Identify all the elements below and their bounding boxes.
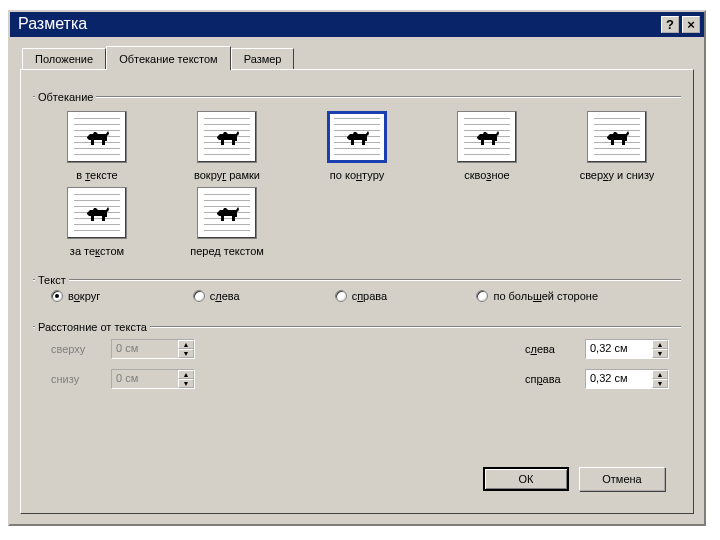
- wrap-option-behind[interactable]: за текстом: [37, 187, 157, 257]
- titlebar: Разметка ? ×: [10, 12, 704, 37]
- chevron-down-icon: ▼: [183, 380, 190, 387]
- dist-bottom-spinner: 0 см ▲ ▼: [111, 369, 195, 389]
- dist-left-value[interactable]: 0,32 см: [586, 340, 652, 358]
- dist-top-down[interactable]: ▼: [178, 349, 194, 358]
- ok-button-label: ОК: [519, 473, 534, 485]
- wrap-caption-inline: в тексте: [76, 169, 117, 181]
- wrap-thumb-behind[interactable]: [67, 187, 127, 239]
- tab-position-label: Положение: [35, 53, 93, 65]
- close-icon: ×: [687, 18, 695, 31]
- dialog-title: Разметка: [18, 15, 658, 33]
- radio-label-right: справа: [352, 290, 388, 302]
- wrap-caption-tight: по контуру: [330, 169, 384, 181]
- group-text-label: Текст: [35, 274, 69, 286]
- dist-top-spinner: 0 см ▲ ▼: [111, 339, 195, 359]
- dist-right-label: справа: [525, 373, 585, 385]
- dist-bottom-label: снизу: [51, 373, 111, 385]
- radio-right[interactable]: справа: [335, 290, 477, 302]
- radio-dot-icon[interactable]: [193, 290, 205, 302]
- dog-icon: [604, 127, 630, 147]
- dist-top-up[interactable]: ▲: [178, 340, 194, 349]
- radio-dot-icon[interactable]: [476, 290, 488, 302]
- dialog-buttons: ОК Отмена: [33, 455, 681, 501]
- radio-dot-icon[interactable]: [51, 290, 63, 302]
- wrap-option-topbot[interactable]: сверху и снизу: [557, 111, 677, 181]
- tab-strip: Положение Обтекание текстом Размер: [20, 45, 694, 69]
- radio-left[interactable]: слева: [193, 290, 335, 302]
- dog-icon: [84, 127, 110, 147]
- layout-dialog: Разметка ? × Положение Обтекание текстом…: [8, 10, 706, 526]
- dist-right-spinner[interactable]: 0,32 см ▲ ▼: [585, 369, 669, 389]
- wrap-option-tight[interactable]: по контуру: [297, 111, 417, 181]
- chevron-down-icon: ▼: [657, 380, 664, 387]
- chevron-up-icon: ▲: [657, 371, 664, 378]
- dialog-body: Положение Обтекание текстом Размер Обтек…: [10, 37, 704, 524]
- dist-left-spinner[interactable]: 0,32 см ▲ ▼: [585, 339, 669, 359]
- radio-label-largest: по большей стороне: [493, 290, 598, 302]
- tab-size-label: Размер: [244, 53, 282, 65]
- group-wrapping: Обтекание в текстевокруг рамкипо контуру…: [33, 84, 681, 263]
- group-distance-label: Расстояние от текста: [35, 321, 150, 333]
- dist-top-value: 0 см: [112, 340, 178, 358]
- dog-icon: [84, 203, 110, 223]
- dist-left-down[interactable]: ▼: [652, 349, 668, 358]
- tab-position[interactable]: Положение: [22, 48, 106, 69]
- dist-right-value[interactable]: 0,32 см: [586, 370, 652, 388]
- radio-label-around: вокруг: [68, 290, 100, 302]
- wrap-thumb-tight[interactable]: [327, 111, 387, 163]
- tab-wrapping-label: Обтекание текстом: [119, 53, 218, 65]
- dist-bottom-value: 0 см: [112, 370, 178, 388]
- dog-icon: [344, 127, 370, 147]
- chevron-up-icon: ▲: [183, 371, 190, 378]
- close-button[interactable]: ×: [682, 16, 700, 33]
- wrap-thumb-inline[interactable]: [67, 111, 127, 163]
- wrap-thumb-topbot[interactable]: [587, 111, 647, 163]
- dog-icon: [214, 203, 240, 223]
- chevron-down-icon: ▼: [183, 350, 190, 357]
- tab-size[interactable]: Размер: [231, 48, 295, 69]
- wrap-caption-square: вокруг рамки: [194, 169, 260, 181]
- tab-wrapping[interactable]: Обтекание текстом: [106, 46, 231, 70]
- wrap-thumb-square[interactable]: [197, 111, 257, 163]
- wrap-thumb-through[interactable]: [457, 111, 517, 163]
- wrap-caption-behind: за текстом: [70, 245, 124, 257]
- radio-label-left: слева: [210, 290, 240, 302]
- cancel-button[interactable]: Отмена: [579, 467, 665, 491]
- dist-right-up[interactable]: ▲: [652, 370, 668, 379]
- ok-button[interactable]: ОК: [483, 467, 569, 491]
- dist-left-label: слева: [525, 343, 585, 355]
- dist-right-down[interactable]: ▼: [652, 379, 668, 388]
- wrap-thumb-front[interactable]: [197, 187, 257, 239]
- group-text: Текст вокругслевасправапо большей сторон…: [33, 267, 681, 310]
- chevron-up-icon: ▲: [657, 341, 664, 348]
- wrap-caption-front: перед текстом: [190, 245, 264, 257]
- wrap-caption-through: сквозное: [464, 169, 509, 181]
- group-wrapping-label: Обтекание: [35, 91, 96, 103]
- wrap-option-through[interactable]: сквозное: [427, 111, 547, 181]
- dist-bottom-up[interactable]: ▲: [178, 370, 194, 379]
- radio-dot-icon[interactable]: [335, 290, 347, 302]
- dist-bottom-down[interactable]: ▼: [178, 379, 194, 388]
- help-icon: ?: [666, 18, 674, 31]
- wrap-option-inline[interactable]: в тексте: [37, 111, 157, 181]
- wrap-option-front[interactable]: перед текстом: [167, 187, 287, 257]
- radio-largest[interactable]: по большей стороне: [476, 290, 675, 302]
- dog-icon: [214, 127, 240, 147]
- wrap-option-square[interactable]: вокруг рамки: [167, 111, 287, 181]
- dist-left-up[interactable]: ▲: [652, 340, 668, 349]
- radio-around[interactable]: вокруг: [51, 290, 193, 302]
- chevron-up-icon: ▲: [183, 341, 190, 348]
- dist-top-label: сверху: [51, 343, 111, 355]
- text-wrap-radios: вокругслевасправапо большей стороне: [33, 280, 681, 310]
- wrap-options-grid: в текстевокруг рамкипо контурусквозноесв…: [33, 97, 681, 263]
- cancel-button-label: Отмена: [602, 473, 641, 485]
- dog-icon: [474, 127, 500, 147]
- tab-panel: Обтекание в текстевокруг рамкипо контуру…: [20, 69, 694, 514]
- wrap-caption-topbot: сверху и снизу: [580, 169, 655, 181]
- help-button[interactable]: ?: [661, 16, 679, 33]
- group-distance: Расстояние от текста сверху 0 см ▲ ▼ сл: [33, 314, 681, 393]
- chevron-down-icon: ▼: [657, 350, 664, 357]
- distance-grid: сверху 0 см ▲ ▼ слева 0,32 см: [33, 327, 681, 393]
